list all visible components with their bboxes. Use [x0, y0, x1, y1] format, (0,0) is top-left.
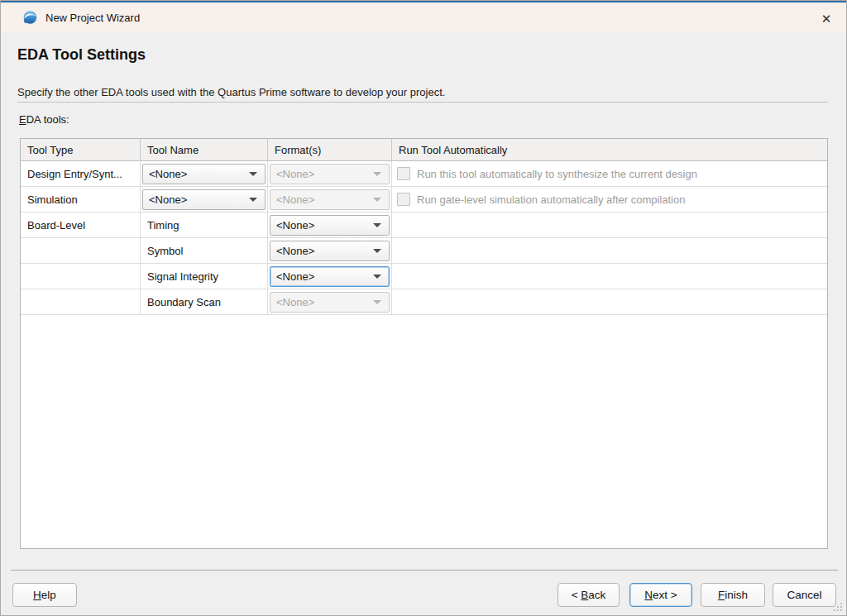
cancel-button[interactable]: Cancel	[773, 583, 836, 607]
format-dropdown-disabled: <None>	[270, 189, 390, 210]
chevron-down-icon	[249, 172, 257, 176]
table-empty-area	[21, 315, 827, 548]
column-header-tool-name: Tool Name	[141, 139, 268, 160]
tool-type-cell: Simulation	[21, 187, 141, 212]
tool-name-cell: Timing	[141, 212, 268, 237]
eda-tools-label: EDA tools:	[19, 113, 69, 126]
column-header-formats: Format(s)	[268, 139, 392, 160]
tool-type-cell	[21, 289, 141, 314]
next-button[interactable]: Next >	[629, 583, 692, 607]
run-auto-label: Run gate-level simulation automatically …	[417, 193, 685, 206]
eda-tools-table: Tool Type Tool Name Format(s) Run Tool A…	[20, 138, 828, 549]
close-button[interactable]: ✕	[806, 4, 846, 34]
table-row: Design Entry/Synt... <None> <None> Run t…	[21, 161, 827, 187]
resize-grip[interactable]	[832, 601, 842, 611]
help-button[interactable]: Help	[12, 583, 77, 607]
tool-name-dropdown[interactable]: <None>	[142, 189, 266, 210]
chevron-down-icon	[373, 223, 381, 227]
chevron-down-icon	[373, 172, 381, 176]
run-auto-cell: Run this tool automatically to synthesiz…	[392, 161, 827, 186]
titlebar: New Project Wizard ✕	[1, 2, 846, 32]
run-auto-cell	[392, 212, 827, 237]
page-title: EDA Tool Settings	[17, 46, 146, 64]
chevron-down-icon	[373, 275, 381, 279]
chevron-down-icon	[373, 300, 381, 304]
format-dropdown[interactable]: <None>	[270, 215, 390, 236]
tool-name-cell: Signal Integrity	[141, 264, 268, 289]
table-row: Signal Integrity <None>	[21, 264, 827, 289]
chevron-down-icon	[249, 198, 257, 202]
format-cell: <None>	[268, 161, 392, 186]
tool-type-cell	[21, 238, 141, 263]
quartus-logo-icon	[22, 10, 38, 26]
tool-name-cell: <None>	[141, 187, 268, 212]
tool-name-cell: Symbol	[141, 238, 268, 263]
tool-name-cell: Boundary Scan	[141, 289, 268, 314]
format-cell: <None>	[268, 187, 392, 212]
page-subtitle: Specify the other EDA tools used with th…	[17, 86, 445, 98]
table-row: Simulation <None> <None> Run gate-level …	[21, 187, 827, 212]
format-dropdown[interactable]: <None>	[270, 241, 390, 261]
table-row: Boundary Scan <None>	[21, 289, 827, 315]
run-auto-cell: Run gate-level simulation automatically …	[392, 187, 827, 212]
column-header-tool-type: Tool Type	[21, 139, 141, 160]
run-auto-cell	[392, 264, 827, 289]
table-row: Board-Level Timing <None>	[21, 212, 827, 238]
run-auto-cell	[392, 289, 827, 314]
finish-button[interactable]: Finish	[701, 583, 765, 607]
run-auto-label: Run this tool automatically to synthesiz…	[417, 168, 697, 180]
format-cell: <None>	[268, 289, 392, 314]
run-auto-cell	[392, 238, 827, 263]
back-button[interactable]: < Back	[557, 583, 620, 607]
format-cell: <None>	[268, 212, 392, 237]
table-header-row: Tool Type Tool Name Format(s) Run Tool A…	[21, 139, 827, 161]
run-auto-checkbox-disabled	[397, 167, 410, 180]
tool-type-cell	[21, 264, 141, 289]
new-project-wizard-dialog: New Project Wizard ✕ EDA Tool Settings S…	[0, 0, 847, 616]
column-header-run-tool-automatically: Run Tool Automatically	[392, 139, 827, 160]
run-auto-checkbox-disabled	[397, 193, 410, 206]
format-dropdown-disabled: <None>	[270, 292, 390, 313]
table-row: Symbol <None>	[21, 238, 827, 264]
tool-type-cell: Board-Level	[21, 212, 141, 237]
format-cell: <None>	[268, 264, 392, 289]
header-divider	[17, 102, 828, 103]
chevron-down-icon	[373, 249, 381, 253]
format-dropdown-disabled: <None>	[270, 164, 390, 184]
tool-name-cell: <None>	[141, 161, 268, 186]
close-icon: ✕	[821, 12, 832, 26]
window-title: New Project Wizard	[45, 12, 140, 24]
footer-divider	[11, 570, 838, 571]
chevron-down-icon	[373, 198, 381, 202]
tool-name-dropdown[interactable]: <None>	[142, 164, 266, 184]
format-dropdown-focused[interactable]: <None>	[270, 266, 390, 287]
tool-type-cell: Design Entry/Synt...	[21, 161, 141, 186]
format-cell: <None>	[268, 238, 392, 263]
